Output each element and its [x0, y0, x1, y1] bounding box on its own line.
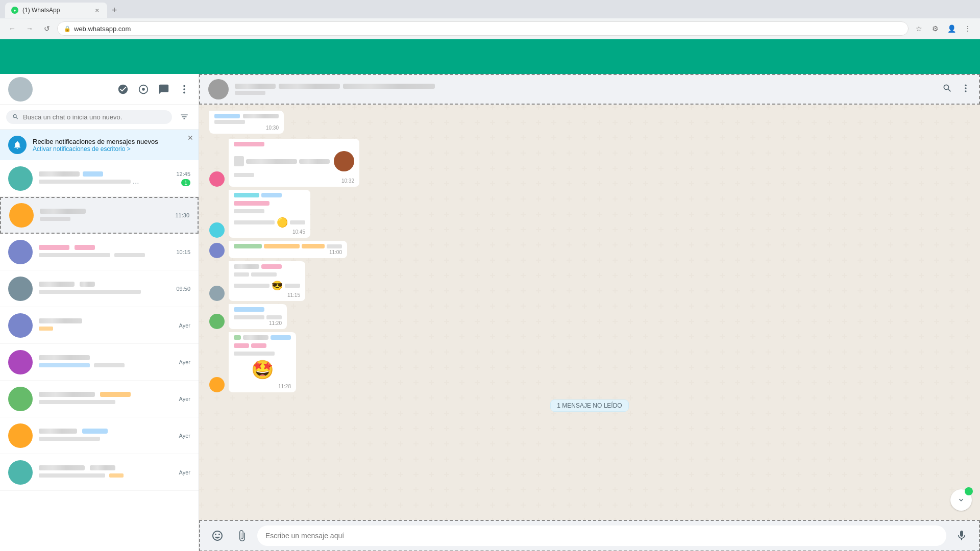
- chat-preview-3: [39, 251, 156, 259]
- chat-list-item-2[interactable]: 11:30: [0, 197, 199, 234]
- profile-button[interactable]: 👤: [944, 21, 959, 36]
- scroll-to-bottom-button[interactable]: [950, 489, 972, 511]
- message-bubble-5: 😎 11:15: [229, 261, 305, 301]
- msg2-inner-avatar: [334, 151, 354, 171]
- chat-avatar-5: [8, 313, 33, 338]
- back-button[interactable]: ←: [5, 21, 19, 36]
- notification-link[interactable]: Activar notificaciones de escritorio >: [33, 145, 190, 153]
- chat-preview-text-3b: [114, 253, 145, 257]
- notification-text: Recibe notificaciones de mensajes nuevos…: [33, 138, 190, 153]
- msg3-text5: [234, 220, 275, 224]
- chat-time-9: Ayer: [179, 469, 190, 475]
- chat-list: 12:45 1 11:30: [0, 160, 199, 551]
- attach-button[interactable]: [233, 527, 251, 545]
- svg-point-7: [965, 90, 966, 92]
- chat-list-item-4[interactable]: 09:50: [0, 270, 199, 307]
- notification-title: Recibe notificaciones de mensajes nuevos: [33, 138, 190, 145]
- unread-badge-1: 1: [181, 179, 190, 186]
- chat-name-text-6: [39, 355, 90, 360]
- tab-close-button[interactable]: ✕: [93, 6, 101, 14]
- chat-time-4: 09:50: [176, 286, 190, 292]
- chat-list-item-6[interactable]: Ayer: [0, 344, 199, 381]
- msg-avatar-4: [209, 243, 225, 258]
- chat-list-item-1[interactable]: 12:45 1: [0, 160, 199, 197]
- community-icon[interactable]: [117, 83, 129, 95]
- chat-meta-6: Ayer: [179, 359, 190, 365]
- msg3-text4: [234, 209, 264, 213]
- chat-name-text-5: [39, 318, 82, 323]
- bubble-content-6: [234, 307, 282, 319]
- chat-preview-4: [39, 288, 156, 295]
- chat-name-text-3b: [75, 245, 95, 250]
- chat-meta-7: Ayer: [179, 396, 190, 402]
- chat-header: [199, 74, 980, 105]
- search-icon: [12, 113, 19, 120]
- message-row-2: 10:32: [209, 139, 970, 187]
- chat-name-text-8: [39, 429, 77, 434]
- chat-info-3: [39, 245, 170, 259]
- url-text: web.whatsapp.com: [74, 25, 131, 33]
- chat-list-item-8[interactable]: Ayer: [0, 417, 199, 454]
- emoji-button[interactable]: [208, 527, 227, 545]
- chat-list-item-3[interactable]: 10:15: [0, 234, 199, 270]
- chat-name-1: [39, 171, 170, 177]
- user-avatar[interactable]: [8, 77, 33, 102]
- bubble-content-5: 😎: [234, 264, 300, 291]
- message-row-6: 11:20: [209, 304, 970, 329]
- browser-tab[interactable]: ● (1) WhatsApp ✕: [5, 3, 107, 18]
- chat-avatar-3: [8, 240, 33, 264]
- chat-more-icon[interactable]: [961, 83, 971, 95]
- chat-list-item-7[interactable]: Ayer: [0, 381, 199, 417]
- filter-button[interactable]: [176, 109, 192, 125]
- chat-list-item-5[interactable]: Ayer: [0, 307, 199, 344]
- chat-info-7: [39, 392, 173, 406]
- svg-point-2: [183, 85, 185, 87]
- bookmark-button[interactable]: ☆: [912, 21, 926, 36]
- menu-icon[interactable]: [178, 83, 190, 95]
- chat-search-icon[interactable]: [942, 83, 952, 95]
- msg5-text3: [234, 272, 249, 277]
- notification-close-button[interactable]: ✕: [187, 134, 193, 142]
- chat-name-9: [39, 465, 173, 470]
- voice-button[interactable]: [952, 527, 971, 545]
- search-bar: [0, 105, 199, 130]
- svg-point-6: [965, 87, 966, 89]
- new-chat-icon[interactable]: [158, 83, 170, 95]
- notification-icon: [8, 136, 27, 154]
- messages-area[interactable]: 10:30: [199, 105, 980, 520]
- whatsapp-header-bar: [0, 39, 980, 74]
- chat-time-6: Ayer: [179, 359, 190, 365]
- msg-avatar-6: [209, 314, 225, 329]
- status-icon[interactable]: [137, 83, 150, 95]
- msg6-text2: [234, 315, 264, 319]
- msg2-text2: [299, 159, 330, 164]
- message-row-5: 😎 11:15: [209, 261, 970, 301]
- msg7-time: 11:28: [234, 384, 291, 389]
- chat-info-1: [39, 171, 170, 185]
- chat-name-text-8b: [82, 429, 108, 434]
- chat-name-6: [39, 355, 173, 360]
- reload-button[interactable]: ↺: [40, 21, 54, 36]
- message-input[interactable]: [257, 525, 946, 546]
- msg2-text1: [246, 159, 297, 164]
- extension-button[interactable]: ⚙: [928, 21, 942, 36]
- address-bar[interactable]: 🔒 web.whatsapp.com: [57, 21, 909, 36]
- chat-list-item-9[interactable]: Ayer: [0, 454, 199, 491]
- new-tab-button[interactable]: +: [107, 3, 121, 17]
- whatsapp-container: Recibe notificaciones de mensajes nuevos…: [0, 74, 980, 551]
- sidebar: Recibe notificaciones de mensajes nuevos…: [0, 74, 199, 551]
- msg6-text1: [234, 307, 264, 312]
- msg4-time: 11:00: [234, 249, 342, 255]
- chat-meta-8: Ayer: [179, 433, 190, 439]
- msg6-time: 11:20: [234, 320, 282, 326]
- chat-time-7: Ayer: [179, 396, 190, 402]
- search-input-wrap[interactable]: [6, 110, 172, 124]
- chat-header-name-blur3: [343, 84, 435, 89]
- chat-name-text-2: [40, 209, 86, 214]
- forward-button[interactable]: →: [22, 21, 37, 36]
- browser-menu-button[interactable]: ⋮: [961, 21, 975, 36]
- msg7-emoji: 🤩: [234, 357, 291, 383]
- msg4-text4: [327, 244, 342, 248]
- chat-meta-3: 10:15: [176, 249, 190, 255]
- search-input[interactable]: [23, 113, 166, 121]
